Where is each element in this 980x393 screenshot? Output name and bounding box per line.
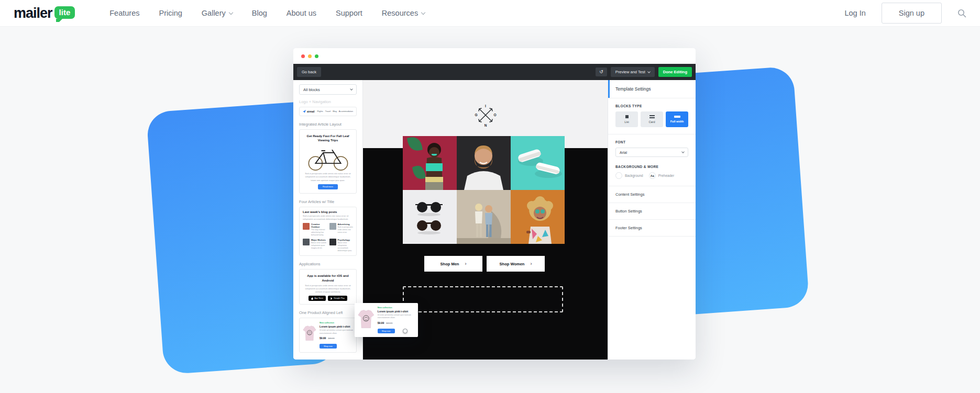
footer-settings-row[interactable]: Footer Settings [608,220,696,237]
photo-sunglasses [403,190,457,244]
button-settings-row[interactable]: Button Settings [608,203,696,220]
full-width-icon [674,116,680,118]
chevron-down-icon [647,70,651,73]
photo-sneakers-teal [511,136,565,190]
blocks-type-list-button[interactable]: List [615,111,638,127]
block-integrated-article[interactable]: Get Ready Fast For Fall Leaf Viewing Tri… [299,129,357,194]
block-logo-navigation[interactable]: airmail Flights Travel Blog Accommodatio… [299,107,357,116]
logo-badge: lite [54,6,75,19]
block-one-product[interactable]: New collection Lorem ipsum pink t-shirt … [299,318,357,353]
article-item: AdvertisingSed ut perspiciatis unde omni… [329,223,354,237]
pink-tshirt-image [358,306,375,332]
background-option-label: Background [625,174,643,177]
editor-window: Go back ↺ Preview and Test Done Editing … [293,48,696,360]
nav-item-resources[interactable]: Resources [382,9,425,17]
signup-button[interactable]: Sign up [882,3,942,24]
chevron-down-icon [681,150,685,153]
mailerlite-logo[interactable]: mailer lite [14,6,75,20]
article-thumbnail [303,223,310,230]
pink-tshirt-image [303,321,316,345]
airmail-brand: airmail [303,110,315,113]
go-back-button[interactable]: Go back [297,67,321,77]
preheader-aa-button[interactable]: Aa [649,172,656,179]
all-blocks-dropdown[interactable]: All blocks [299,84,357,95]
app-store-badge[interactable]: App Store [309,296,326,301]
chevron-right-icon: › [530,261,532,266]
template-settings-header[interactable]: Template Settings [608,80,696,98]
nav-item-gallery[interactable]: Gallery [202,9,233,17]
shop-women-button[interactable]: Shop Women› [487,256,545,272]
preheader-option-label: Preheader [658,174,674,177]
photo-grid[interactable] [403,136,565,244]
close-dot[interactable] [301,54,305,58]
section-label-four-articles: Four Articles w/ Title [299,199,357,204]
logo-letter-top: I [485,104,486,108]
article-item: Major MotivesNatus error autem voluptate… [303,239,327,252]
nav-item-support[interactable]: Support [336,9,362,17]
photo-woman-red [403,136,457,190]
blocks-sidebar: All blocks Logo + Navigation airmail Fli… [293,80,363,360]
section-label-applications: Applications [299,262,357,266]
photo-couple-wall [457,190,511,244]
site-navbar: mailer lite Features Pricing Gallery Blo… [0,0,980,27]
block-four-articles[interactable]: Last week's blog posts Sed ut perspiciat… [299,207,357,256]
editor-toolbar: Go back ↺ Preview and Test Done Editing [293,64,696,80]
photo-woman-orange [511,190,565,244]
plane-icon [303,110,306,113]
logo-letter-right: O [493,113,496,117]
logo-letter-bottom: N [484,123,487,127]
window-titlebar [293,48,696,64]
google-play-badge[interactable]: Google Play [328,296,347,301]
card-icon [649,115,655,118]
block-applications[interactable]: App is available for iOS and Android Sed… [299,269,357,305]
nav-links: Features Pricing Gallery Blog About us S… [109,9,425,17]
article-thumbnail [329,239,336,245]
play-icon [331,297,333,300]
shop-now-button[interactable]: Shop now [320,344,337,349]
font-label: FONT [615,140,688,144]
nav-item-features[interactable]: Features [109,9,139,17]
crossed-arrows-logo: I G O N [474,103,498,129]
settings-panel: Template Settings BLOCKS TYPE List Card … [608,80,696,360]
preview-and-test-button[interactable]: Preview and Test [611,67,655,77]
background-more-label: BACKGROUND & MORE [615,165,688,169]
nav-item-pricing[interactable]: Pricing [159,9,182,17]
nav-item-blog[interactable]: Blog [252,9,267,17]
blocks-type-label: BLOCKS TYPE [615,104,688,108]
shop-now-button[interactable]: Shop now [378,329,395,333]
content-settings-row[interactable]: Content Settings [608,186,696,203]
photo-man-beard [457,136,511,190]
search-icon[interactable] [957,9,966,18]
drag-cursor [403,329,408,333]
minimize-dot[interactable] [308,54,312,58]
drop-zone[interactable] [403,286,563,312]
blocks-type-full-width-button[interactable]: Full width [666,111,688,127]
login-link[interactable]: Log In [844,9,865,17]
dragged-product-card[interactable]: New collection Lorem ipsum pink t-shirt … [355,303,418,337]
list-icon [625,115,629,118]
section-label-one-product: One Product Aligned Left [299,310,357,315]
section-label-logo-navigation: Logo + Navigation [299,99,357,104]
background-color-swatch[interactable] [615,172,622,179]
done-editing-button[interactable]: Done Editing [658,67,692,77]
shop-men-button[interactable]: Shop Men› [424,256,482,272]
chevron-down-icon [350,87,353,91]
nav-right: Log In Sign up [844,3,966,24]
chevron-down-icon [421,10,425,14]
logo-letter-left: G [475,113,477,117]
chevron-right-icon: › [465,261,466,266]
article-thumbnail [303,239,310,245]
bicycle-illustration [303,144,353,171]
section-label-integrated-article: Integrated Article Layout [299,122,357,127]
blocks-type-card-button[interactable]: Card [641,111,663,127]
editor-body: All blocks Logo + Navigation airmail Fli… [293,80,696,360]
font-dropdown[interactable]: Arial [615,148,688,157]
article-cta-button[interactable]: Read more [318,184,338,189]
nav-item-about-us[interactable]: About us [287,9,316,17]
article-thumbnail [329,223,336,230]
maximize-dot[interactable] [315,54,318,58]
undo-history-icon[interactable]: ↺ [596,68,607,76]
logo-text: mailer [14,6,52,20]
chevron-down-icon [229,10,233,14]
apple-icon [311,297,313,300]
